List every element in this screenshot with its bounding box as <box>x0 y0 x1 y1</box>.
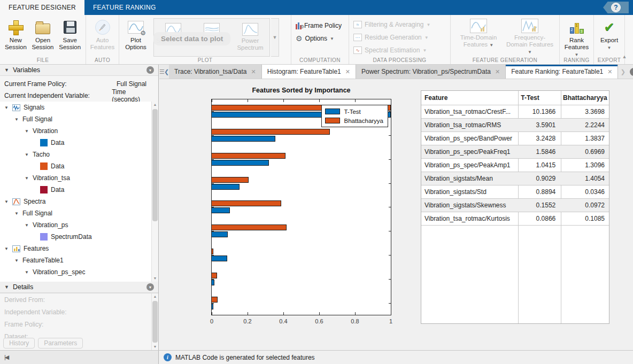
document-tab-trace[interactable]: Trace: Vibration_tsa/Data✕ <box>169 65 262 79</box>
expander-icon[interactable]: ▼ <box>25 129 29 134</box>
document-tab-histogram[interactable]: Histogram: FeatureTable1✕ <box>262 65 356 79</box>
tree-item-tacho[interactable]: ▼Tacho <box>0 149 158 160</box>
details-tab-history[interactable]: History <box>3 338 35 348</box>
tab-list-icon[interactable]: ☰ <box>159 65 164 79</box>
details-scrollbar[interactable]: ▲ ▼ <box>151 293 158 350</box>
scroll-up-icon[interactable]: ▲ <box>152 102 158 108</box>
scroll-up-icon[interactable]: ▲ <box>152 293 158 300</box>
tree-item-featuretable1[interactable]: ▼FeatureTable1 <box>0 254 158 266</box>
feature-ranking-table[interactable]: FeatureT-TestBhattacharyyaVibration_tsa_… <box>421 90 609 324</box>
table-row[interactable]: Vibration_tsa_rotmac/Kurtosis0.08660.108… <box>421 212 609 226</box>
t-test-bar[interactable] <box>212 207 230 213</box>
document-tab-feature-ranking[interactable]: Feature Ranking: FeatureTable1✕ <box>506 65 618 79</box>
tree-item-vibration-ps[interactable]: ▼Vibration_ps <box>0 219 158 231</box>
table-row[interactable]: Vibration_sigstats/Std0.88940.0346 <box>421 185 609 199</box>
bhattacharyya-bar[interactable] <box>212 129 330 135</box>
table-row[interactable]: Vibration_tsa_rotmac/CrestF...10.13663.3… <box>421 105 609 119</box>
expander-icon[interactable]: ▼ <box>4 246 9 251</box>
tree-scrollbar[interactable]: ▲ ▼ <box>151 102 158 282</box>
tree-item-features[interactable]: ▼Features <box>0 243 158 254</box>
bhattacharyya-bar[interactable] <box>212 297 218 303</box>
tab-overflow-menu-icon[interactable]: ▼ <box>630 68 633 76</box>
expander-icon[interactable]: ▼ <box>14 117 19 122</box>
scroll-down-icon[interactable]: ▼ <box>152 275 158 282</box>
column-header-bhattacharyya[interactable]: Bhattacharyya <box>560 91 609 105</box>
tree-item-full-signal[interactable]: ▼Full Signal <box>0 207 158 219</box>
save-session-button[interactable]: Save Session <box>57 17 82 51</box>
t-test-bar[interactable] <box>212 304 213 309</box>
column-header-t-test[interactable]: T-Test <box>518 91 560 105</box>
expander-icon[interactable]: ▼ <box>14 258 19 263</box>
help-button[interactable]: ? <box>603 2 629 13</box>
time-domain-features-button[interactable]: Time-Domain Features ▼ <box>453 16 504 56</box>
tab-feature-ranking[interactable]: FEATURE RANKING <box>84 0 165 15</box>
table-row[interactable]: Vibration_ps_spec/PeakFreq11.58460.6969 <box>421 145 609 159</box>
close-icon[interactable]: ✕ <box>345 68 350 75</box>
close-icon[interactable]: ✕ <box>251 68 256 75</box>
bhattacharyya-bar[interactable] <box>212 249 213 254</box>
panel-menu-icon[interactable]: ▼ <box>146 66 154 74</box>
table-row[interactable]: Vibration_ps_spec/PeakAmp11.04151.3096 <box>421 159 609 172</box>
bar-chart-plot[interactable]: T-TestBhattacharyya <box>211 99 391 315</box>
bhattacharyya-bar[interactable] <box>212 177 249 183</box>
auto-features-button[interactable]: Auto Features <box>89 17 115 51</box>
close-icon[interactable]: ✕ <box>607 68 612 75</box>
tree-item-data[interactable]: Data <box>0 184 158 196</box>
tree-item-vibration-tsa[interactable]: ▼Vibration_tsa <box>0 172 158 184</box>
frequency-domain-features-button[interactable]: Frequency-Domain Features ▼ <box>504 16 555 56</box>
t-test-bar[interactable] <box>212 136 275 142</box>
tab-feature-designer[interactable]: FEATURE DESIGNER <box>0 0 84 15</box>
expander-icon[interactable]: ▼ <box>14 211 19 216</box>
table-row[interactable]: Vibration_sigstats/Skewness0.15520.0972 <box>421 199 609 212</box>
options-button[interactable]: ⚙ Options ▼ <box>291 32 349 45</box>
tree-item-spectra[interactable]: ▼Spectra <box>0 196 158 207</box>
collapse-sidebar-icon[interactable]: |◀ <box>4 354 8 361</box>
column-header-feature[interactable]: Feature <box>421 91 518 105</box>
spectral-estimation-button[interactable]: ∿Spectral Estimation▼ <box>349 44 450 57</box>
plot-options-button[interactable]: ⚙ Plot Options <box>122 17 149 57</box>
chevron-left-icon[interactable]: ❮ <box>164 65 169 79</box>
rank-features-button[interactable]: 2 1 3 Rank Features ▼ <box>563 17 590 58</box>
expander-icon[interactable]: ▼ <box>4 105 9 110</box>
bhattacharyya-bar[interactable] <box>212 273 217 278</box>
tree-item-full-signal[interactable]: ▼Full Signal <box>0 113 158 125</box>
bhattacharyya-bar[interactable] <box>212 200 281 206</box>
bhattacharyya-bar[interactable] <box>212 153 285 159</box>
expander-icon[interactable]: ▼ <box>25 176 29 181</box>
export-button[interactable]: ✔ Export▼ <box>597 17 621 51</box>
t-test-bar[interactable] <box>212 280 214 285</box>
expander-icon[interactable]: ▼ <box>25 270 29 275</box>
details-tab-parameters[interactable]: Parameters <box>38 338 83 348</box>
tree-item-vibration-ps-spec[interactable]: ▼Vibration_ps_spec <box>0 266 158 278</box>
filtering-averaging-button[interactable]: ≈Filtering & Averaging▼ <box>349 18 450 31</box>
table-row[interactable]: Vibration_sigstats/Mean0.90291.4054 <box>421 172 609 185</box>
details-panel-header[interactable]: ▼ Details ▼ <box>0 282 158 293</box>
t-test-bar[interactable] <box>212 160 269 166</box>
frame-policy-button[interactable]: ⚙ Frame Policy <box>291 19 349 32</box>
tree-item-data[interactable]: Data <box>0 160 158 172</box>
expander-icon[interactable]: ▼ <box>25 152 29 157</box>
collapse-ribbon-icon[interactable]: ▲ <box>619 52 630 61</box>
panel-menu-icon[interactable]: ▼ <box>146 283 154 291</box>
open-session-button[interactable]: Open Session <box>30 17 56 51</box>
new-session-button[interactable]: New Session <box>3 17 28 51</box>
table-row[interactable]: Vibration_ps_spec/BandPower3.24281.3837 <box>421 132 609 145</box>
table-row[interactable]: Vibration_tsa_rotmac/RMS3.59012.2244 <box>421 119 609 132</box>
tree-item-spectrumdata[interactable]: SpectrumData <box>0 231 158 243</box>
t-test-bar[interactable] <box>212 231 228 237</box>
bhattacharyya-bar[interactable] <box>212 224 287 230</box>
t-test-bar[interactable] <box>212 255 227 261</box>
variables-panel-header[interactable]: ▼ Variables ▼ <box>0 65 158 76</box>
plot-type-power-spectrum[interactable]: Power Spectrum <box>231 19 269 56</box>
tree-item-vibration[interactable]: ▼Vibration <box>0 125 158 137</box>
chevron-right-icon[interactable]: ❯ <box>618 68 628 75</box>
expander-icon[interactable]: ▼ <box>4 199 9 204</box>
tree-item-data[interactable]: Data <box>0 137 158 149</box>
tree-item-signals[interactable]: ▼Signals <box>0 102 158 113</box>
expander-icon[interactable]: ▼ <box>25 223 29 228</box>
plot-gallery-dropdown[interactable]: ▼ <box>271 18 279 57</box>
t-test-bar[interactable] <box>212 184 240 190</box>
document-tab-power-spectrum[interactable]: Power Spectrum: Vibration_ps/SpectrumDat… <box>356 65 506 79</box>
scroll-down-icon[interactable]: ▼ <box>152 344 158 350</box>
residue-generation-button[interactable]: ⋯Residue Generation▼ <box>349 31 450 44</box>
